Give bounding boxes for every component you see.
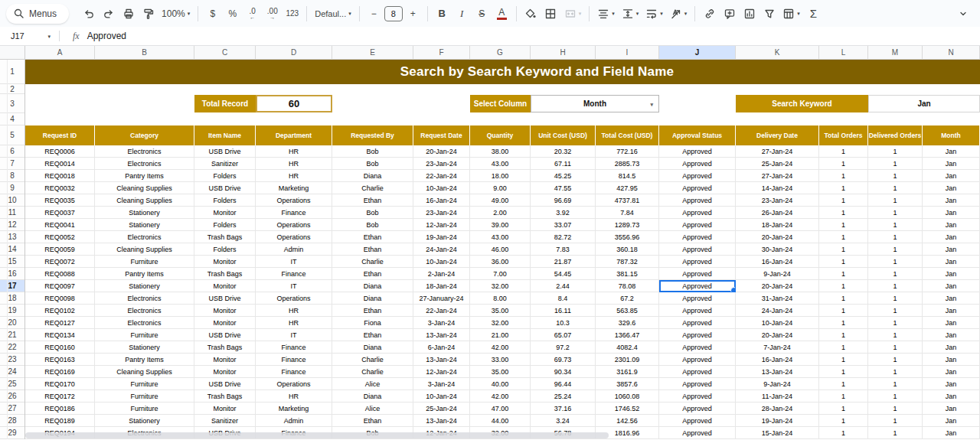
borders-button[interactable] [541,5,560,23]
cell-N23[interactable]: Jan [923,354,980,366]
cell-C19[interactable]: Monitor [194,305,256,317]
cell-J27[interactable]: Approved [659,403,736,415]
cell-B24[interactable]: Cleaning Supplies [95,366,194,378]
cell-M20[interactable]: 1 [868,317,923,329]
cell-K14[interactable]: 30-Jan-24 [736,243,819,256]
italic-button[interactable]: I [452,5,472,23]
cell-F26[interactable]: 10-Jan-24 [413,390,470,403]
cell-A23[interactable]: REQ0163 [25,354,95,366]
currency-format-button[interactable]: $ [203,5,222,23]
cell-H15[interactable]: 21.87 [531,256,596,268]
cell-A24[interactable]: REQ0169 [25,366,95,378]
cell-H26[interactable]: 25.24 [531,390,596,403]
cell-G11[interactable]: 2.00 [470,207,531,219]
cell-J26[interactable]: Approved [659,390,736,403]
cell-F19[interactable]: 22-Jan-24 [413,305,470,317]
cell-M26[interactable]: 1 [868,390,923,403]
row-header-25[interactable]: 25 [0,378,24,390]
column-header-F[interactable]: F [413,46,470,60]
cell-M18[interactable]: 1 [868,292,923,305]
cell-L25[interactable]: 1 [819,378,868,390]
row-header-20[interactable]: 20 [0,317,24,329]
cell-K10[interactable]: 23-Jan-24 [736,194,819,207]
cell-G21[interactable]: 21.00 [470,329,531,341]
cell-F12[interactable]: 12-Jan-24 [413,219,470,231]
cell-K7[interactable]: 25-Jan-24 [736,158,819,170]
cell-H23[interactable]: 69.73 [531,354,596,366]
cell-G12[interactable]: 39.00 [470,219,531,231]
cell-M23[interactable]: 1 [868,354,923,366]
cell-H14[interactable]: 7.83 [531,243,596,256]
cell-E19[interactable]: Ethan [332,305,413,317]
cell-E26[interactable]: Diana [332,390,413,403]
column-header-C[interactable]: C [194,46,256,60]
cell-E20[interactable]: Fiona [332,317,413,329]
cell-J11[interactable]: Approved [659,207,736,219]
cell-H17[interactable]: 2.44 [531,280,596,292]
cell-L15[interactable]: 1 [819,256,868,268]
cell-G25[interactable]: 40.00 [470,378,531,390]
cell-F23[interactable]: 13-Jan-24 [413,354,470,366]
cell-K8[interactable]: 27-Jan-24 [736,170,819,182]
cell-C11[interactable]: Monitor [194,207,256,219]
cell-D15[interactable]: IT [256,256,332,268]
cell-B16[interactable]: Pantry Items [95,268,194,280]
cell-K21[interactable]: 20-Jan-24 [736,329,819,341]
column-header-B[interactable]: B [95,46,194,60]
cell-D17[interactable]: IT [256,280,332,292]
row-header-28[interactable]: 28 [0,415,24,427]
cell-A12[interactable]: REQ0041 [25,219,95,231]
cell-K6[interactable]: 27-Jan-24 [736,145,819,158]
cell-G27[interactable]: 47.00 [470,403,531,415]
cell-G23[interactable]: 33.00 [470,354,531,366]
cell-E10[interactable]: Ethan [332,194,413,207]
cell-L14[interactable]: 1 [819,243,868,256]
insert-comment-button[interactable] [720,5,739,23]
cell-L10[interactable]: 1 [819,194,868,207]
cell-L27[interactable]: 1 [819,403,868,415]
select-column-dropdown[interactable]: Month ▾ [531,95,659,112]
cell-K15[interactable]: 16-Jan-24 [736,256,819,268]
cell-I12[interactable]: 1289.73 [596,219,659,231]
cell-J14[interactable]: Approved [659,243,736,256]
strikethrough-button[interactable]: S [472,5,492,23]
cell-N9[interactable]: Jan [923,182,980,194]
text-wrap-button[interactable]: ▾ [642,5,666,23]
cell-E14[interactable]: Ethan [332,243,413,256]
cell-F6[interactable]: 20-Jan-24 [413,145,470,158]
cell-L28[interactable]: 1 [819,415,868,427]
zoom-select[interactable]: 100% ▾ [158,5,193,23]
cell-C20[interactable]: Monitor [194,317,256,329]
cell-E27[interactable]: Alice [332,403,413,415]
cell-G28[interactable]: 44.00 [470,415,531,427]
functions-button[interactable]: Σ [804,5,823,23]
cell-H13[interactable]: 82.72 [531,231,596,243]
cell-A7[interactable]: REQ0014 [25,158,95,170]
cell-H20[interactable]: 10.3 [531,317,596,329]
cell-M6[interactable]: 1 [868,145,923,158]
cell-K13[interactable]: 20-Jan-24 [736,231,819,243]
cell-C24[interactable]: Monitor [194,366,256,378]
cell-I8[interactable]: 814.5 [596,170,659,182]
cell-C10[interactable]: Folders [194,194,256,207]
cell-N26[interactable]: Jan [923,390,980,403]
cell-E21[interactable]: Ethan [332,329,413,341]
cell-A21[interactable]: REQ0134 [25,329,95,341]
cell-A14[interactable]: REQ0059 [25,243,95,256]
cell-B23[interactable]: Pantry Items [95,354,194,366]
decrease-font-button[interactable]: − [364,5,384,23]
cell-H7[interactable]: 67.11 [531,158,596,170]
cell-F28[interactable]: 13-Jan-24 [413,415,470,427]
cell-C21[interactable]: USB Drive [194,329,256,341]
cell-D26[interactable]: HR [256,390,332,403]
cell-E11[interactable]: Bob [332,207,413,219]
cell-E18[interactable]: Diana [332,292,413,305]
column-header-J[interactable]: J [659,46,736,60]
cell-F18[interactable]: 27-January-24 [413,292,470,305]
cell-A17[interactable]: REQ0097 [25,280,95,292]
cell-G15[interactable]: 36.00 [470,256,531,268]
row-header-26[interactable]: 26 [0,390,24,403]
cell-E12[interactable]: Bob [332,219,413,231]
cell-F22[interactable]: 6-Jan-24 [413,341,470,354]
cell-N20[interactable]: Jan [923,317,980,329]
